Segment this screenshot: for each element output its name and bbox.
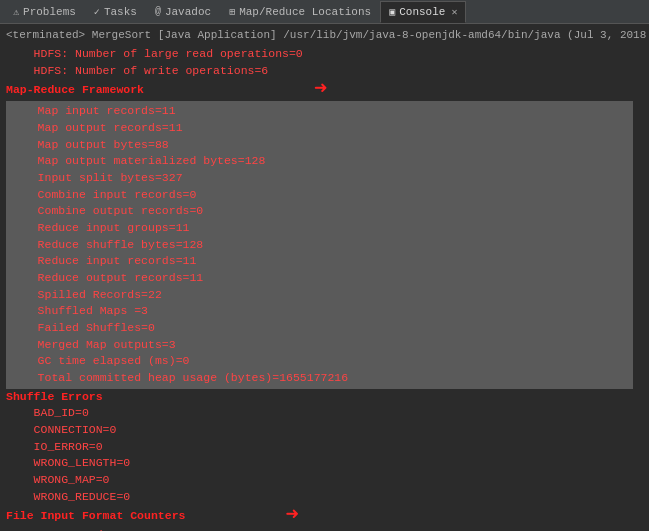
wrong-reduce: WRONG_REDUCE=0 bbox=[6, 489, 643, 506]
map-output-bytes: Map output bytes=88 bbox=[10, 137, 629, 154]
mapreduce-icon: ⊞ bbox=[229, 6, 235, 18]
tab-bar: ⚠ Problems ✓ Tasks @ Javadoc ⊞ Map/Reduc… bbox=[0, 0, 649, 24]
map-output-records: Map output records=11 bbox=[10, 120, 629, 137]
file-input-header-row: File Input Format Counters ➜ bbox=[6, 505, 643, 527]
tab-mapreduce[interactable]: ⊞ Map/Reduce Locations bbox=[220, 1, 380, 23]
terminated-line: <terminated> MergeSort [Java Application… bbox=[6, 28, 643, 44]
spilled-records: Spilled Records=22 bbox=[10, 287, 629, 304]
tab-javadoc[interactable]: @ Javadoc bbox=[146, 1, 220, 23]
bad-id: BAD_ID=0 bbox=[6, 405, 643, 422]
mapreduce-header-row: Map-Reduce Framework ➜ bbox=[6, 79, 643, 101]
arrow-right-fileinput: ➜ bbox=[285, 505, 298, 527]
tab-problems[interactable]: ⚠ Problems bbox=[4, 1, 85, 23]
failed-shuffles: Failed Shuffles=0 bbox=[10, 320, 629, 337]
reduce-input-records: Reduce input records=11 bbox=[10, 253, 629, 270]
gc-time: GC time elapsed (ms)=0 bbox=[10, 353, 629, 370]
reduce-shuffle-bytes: Reduce shuffle bytes=128 bbox=[10, 237, 629, 254]
input-split-bytes: Input split bytes=327 bbox=[10, 170, 629, 187]
map-input-records: Map input records=11 bbox=[10, 103, 629, 120]
bytes-read: Bytes Read=30 bbox=[6, 527, 643, 531]
wrong-map: WRONG_MAP=0 bbox=[6, 472, 643, 489]
io-error: IO_ERROR=0 bbox=[6, 439, 643, 456]
connection: CONNECTION=0 bbox=[6, 422, 643, 439]
shuffled-maps: Shuffled Maps =3 bbox=[10, 303, 629, 320]
wrong-length: WRONG_LENGTH=0 bbox=[6, 455, 643, 472]
combine-output-records: Combine output records=0 bbox=[10, 203, 629, 220]
file-input-header: File Input Format Counters bbox=[6, 508, 185, 525]
heap-usage: Total committed heap usage (bytes)=16551… bbox=[10, 370, 629, 387]
javadoc-icon: @ bbox=[155, 6, 161, 17]
arrow-right-mapreduce: ➜ bbox=[314, 79, 327, 101]
shuffle-errors-header: Shuffle Errors bbox=[6, 389, 643, 406]
mapreduce-stats-box: Map input records=11 Map output records=… bbox=[6, 101, 633, 388]
reduce-output-records: Reduce output records=11 bbox=[10, 270, 629, 287]
mapreduce-header: Map-Reduce Framework bbox=[6, 82, 144, 99]
merged-map-outputs: Merged Map outputs=3 bbox=[10, 337, 629, 354]
tab-tasks[interactable]: ✓ Tasks bbox=[85, 1, 146, 23]
console-icon: ▣ bbox=[389, 6, 395, 18]
console-area: <terminated> MergeSort [Java Application… bbox=[0, 24, 649, 531]
map-output-materialized: Map output materialized bytes=128 bbox=[10, 153, 629, 170]
tab-console[interactable]: ▣ Console ✕ bbox=[380, 1, 466, 23]
hdfs-large-read: HDFS: Number of large read operations=0 bbox=[6, 46, 643, 63]
combine-input-records: Combine input records=0 bbox=[10, 187, 629, 204]
problems-icon: ⚠ bbox=[13, 6, 19, 18]
reduce-input-groups: Reduce input groups=11 bbox=[10, 220, 629, 237]
close-icon[interactable]: ✕ bbox=[451, 6, 457, 18]
tasks-icon: ✓ bbox=[94, 6, 100, 18]
